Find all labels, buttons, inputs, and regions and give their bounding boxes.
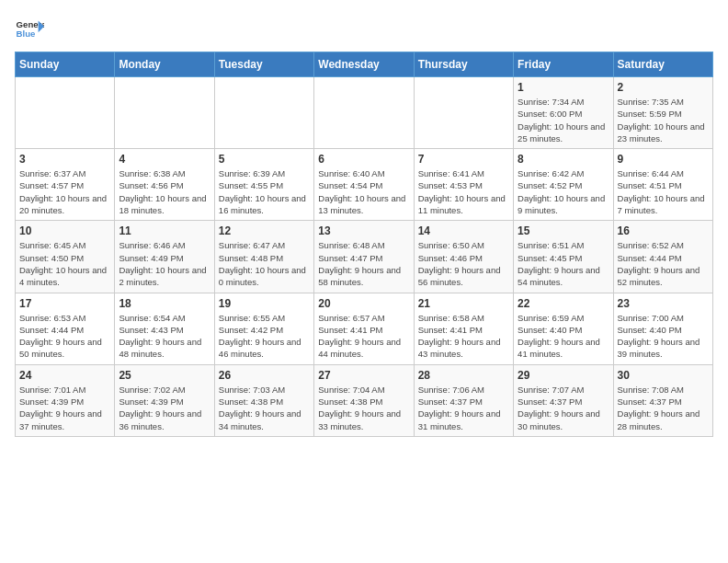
calendar-cell: 28Sunrise: 7:06 AM Sunset: 4:37 PM Dayli…	[414, 364, 513, 436]
day-number: 16	[618, 224, 709, 237]
day-info: Sunrise: 6:48 AM Sunset: 4:47 PM Dayligh…	[318, 239, 409, 288]
calendar-week-5: 24Sunrise: 7:01 AM Sunset: 4:39 PM Dayli…	[16, 364, 713, 436]
day-info: Sunrise: 6:52 AM Sunset: 4:44 PM Dayligh…	[618, 239, 709, 288]
day-info: Sunrise: 6:47 AM Sunset: 4:48 PM Dayligh…	[219, 239, 310, 288]
calendar-cell: 7Sunrise: 6:41 AM Sunset: 4:53 PM Daylig…	[414, 149, 513, 221]
calendar-cell: 22Sunrise: 6:59 AM Sunset: 4:40 PM Dayli…	[514, 293, 613, 364]
calendar-header-saturday: Saturday	[613, 52, 712, 77]
day-info: Sunrise: 7:35 AM Sunset: 5:59 PM Dayligh…	[618, 96, 709, 144]
calendar-cell: 16Sunrise: 6:52 AM Sunset: 4:44 PM Dayli…	[613, 221, 712, 293]
calendar-header-monday: Monday	[115, 52, 214, 77]
day-info: Sunrise: 6:41 AM Sunset: 4:53 PM Dayligh…	[418, 167, 509, 216]
logo-icon: General Blue	[15, 15, 44, 44]
day-number: 24	[19, 369, 110, 382]
calendar-cell: 2Sunrise: 7:35 AM Sunset: 5:59 PM Daylig…	[613, 77, 712, 149]
day-number: 6	[318, 153, 409, 166]
calendar-header-thursday: Thursday	[414, 52, 513, 77]
day-number: 5	[219, 153, 310, 166]
calendar-cell	[16, 77, 115, 149]
day-number: 13	[318, 224, 409, 237]
header: General Blue	[15, 15, 713, 44]
day-number: 8	[518, 153, 609, 166]
calendar-cell	[414, 77, 513, 149]
day-info: Sunrise: 7:34 AM Sunset: 6:00 PM Dayligh…	[518, 96, 609, 144]
day-info: Sunrise: 7:02 AM Sunset: 4:39 PM Dayligh…	[119, 384, 210, 432]
day-number: 15	[518, 224, 609, 237]
calendar-header-tuesday: Tuesday	[214, 52, 313, 77]
day-info: Sunrise: 6:57 AM Sunset: 4:41 PM Dayligh…	[318, 312, 409, 361]
day-info: Sunrise: 6:40 AM Sunset: 4:54 PM Dayligh…	[318, 167, 409, 216]
calendar-cell: 4Sunrise: 6:38 AM Sunset: 4:56 PM Daylig…	[115, 149, 214, 221]
day-info: Sunrise: 7:00 AM Sunset: 4:40 PM Dayligh…	[618, 312, 709, 361]
day-number: 3	[19, 153, 110, 166]
day-number: 20	[318, 297, 409, 310]
calendar-cell: 12Sunrise: 6:47 AM Sunset: 4:48 PM Dayli…	[214, 221, 313, 293]
day-number: 7	[418, 153, 509, 166]
svg-text:Blue: Blue	[17, 29, 36, 39]
day-info: Sunrise: 7:03 AM Sunset: 4:38 PM Dayligh…	[219, 384, 310, 432]
calendar-cell: 17Sunrise: 6:53 AM Sunset: 4:44 PM Dayli…	[16, 293, 115, 364]
calendar-header-sunday: Sunday	[16, 52, 115, 77]
calendar-cell: 11Sunrise: 6:46 AM Sunset: 4:49 PM Dayli…	[115, 221, 214, 293]
day-number: 19	[219, 297, 310, 310]
calendar-header-wednesday: Wednesday	[314, 52, 414, 77]
day-info: Sunrise: 6:39 AM Sunset: 4:55 PM Dayligh…	[219, 167, 310, 216]
calendar-cell: 6Sunrise: 6:40 AM Sunset: 4:54 PM Daylig…	[314, 149, 414, 221]
calendar-cell: 14Sunrise: 6:50 AM Sunset: 4:46 PM Dayli…	[414, 221, 513, 293]
calendar-cell: 1Sunrise: 7:34 AM Sunset: 6:00 PM Daylig…	[514, 77, 613, 149]
day-info: Sunrise: 6:45 AM Sunset: 4:50 PM Dayligh…	[19, 239, 110, 288]
calendar-cell: 26Sunrise: 7:03 AM Sunset: 4:38 PM Dayli…	[214, 364, 313, 436]
calendar-cell: 30Sunrise: 7:08 AM Sunset: 4:37 PM Dayli…	[613, 364, 712, 436]
day-number: 27	[318, 369, 409, 382]
day-info: Sunrise: 6:54 AM Sunset: 4:43 PM Dayligh…	[119, 312, 210, 361]
calendar-cell: 29Sunrise: 7:07 AM Sunset: 4:37 PM Dayli…	[514, 364, 613, 436]
calendar-cell	[115, 77, 214, 149]
day-info: Sunrise: 6:53 AM Sunset: 4:44 PM Dayligh…	[19, 312, 110, 361]
day-info: Sunrise: 6:42 AM Sunset: 4:52 PM Dayligh…	[518, 167, 609, 216]
day-info: Sunrise: 6:58 AM Sunset: 4:41 PM Dayligh…	[418, 312, 509, 361]
day-number: 25	[119, 369, 210, 382]
calendar-cell: 9Sunrise: 6:44 AM Sunset: 4:51 PM Daylig…	[613, 149, 712, 221]
day-number: 11	[119, 224, 210, 237]
calendar-body: 1Sunrise: 7:34 AM Sunset: 6:00 PM Daylig…	[16, 77, 713, 437]
calendar-cell: 18Sunrise: 6:54 AM Sunset: 4:43 PM Dayli…	[115, 293, 214, 364]
day-number: 29	[518, 369, 609, 382]
calendar-week-3: 10Sunrise: 6:45 AM Sunset: 4:50 PM Dayli…	[16, 221, 713, 293]
day-number: 23	[618, 297, 709, 310]
day-number: 2	[618, 81, 709, 94]
calendar-cell	[214, 77, 313, 149]
calendar-week-2: 3Sunrise: 6:37 AM Sunset: 4:57 PM Daylig…	[16, 149, 713, 221]
calendar-week-4: 17Sunrise: 6:53 AM Sunset: 4:44 PM Dayli…	[16, 293, 713, 364]
day-info: Sunrise: 6:51 AM Sunset: 4:45 PM Dayligh…	[518, 239, 609, 288]
calendar-cell: 21Sunrise: 6:58 AM Sunset: 4:41 PM Dayli…	[414, 293, 513, 364]
day-info: Sunrise: 7:01 AM Sunset: 4:39 PM Dayligh…	[19, 384, 110, 432]
calendar-cell: 24Sunrise: 7:01 AM Sunset: 4:39 PM Dayli…	[16, 364, 115, 436]
day-number: 21	[418, 297, 509, 310]
day-number: 14	[418, 224, 509, 237]
day-number: 1	[518, 81, 609, 94]
calendar-table: SundayMondayTuesdayWednesdayThursdayFrid…	[15, 52, 713, 437]
calendar-cell	[314, 77, 414, 149]
calendar-cell: 8Sunrise: 6:42 AM Sunset: 4:52 PM Daylig…	[514, 149, 613, 221]
calendar-cell: 20Sunrise: 6:57 AM Sunset: 4:41 PM Dayli…	[314, 293, 414, 364]
calendar-cell: 27Sunrise: 7:04 AM Sunset: 4:38 PM Dayli…	[314, 364, 414, 436]
calendar-cell: 3Sunrise: 6:37 AM Sunset: 4:57 PM Daylig…	[16, 149, 115, 221]
calendar-header-row: SundayMondayTuesdayWednesdayThursdayFrid…	[16, 52, 713, 77]
calendar-cell: 25Sunrise: 7:02 AM Sunset: 4:39 PM Dayli…	[115, 364, 214, 436]
day-info: Sunrise: 6:55 AM Sunset: 4:42 PM Dayligh…	[219, 312, 310, 361]
day-info: Sunrise: 6:44 AM Sunset: 4:51 PM Dayligh…	[618, 167, 709, 216]
day-info: Sunrise: 6:46 AM Sunset: 4:49 PM Dayligh…	[119, 239, 210, 288]
calendar-week-1: 1Sunrise: 7:34 AM Sunset: 6:00 PM Daylig…	[16, 77, 713, 149]
day-info: Sunrise: 7:04 AM Sunset: 4:38 PM Dayligh…	[318, 384, 409, 432]
day-info: Sunrise: 6:38 AM Sunset: 4:56 PM Dayligh…	[119, 167, 210, 216]
day-number: 28	[418, 369, 509, 382]
day-number: 22	[518, 297, 609, 310]
day-number: 4	[119, 153, 210, 166]
day-info: Sunrise: 6:59 AM Sunset: 4:40 PM Dayligh…	[518, 312, 609, 361]
logo: General Blue	[15, 15, 48, 44]
calendar-cell: 23Sunrise: 7:00 AM Sunset: 4:40 PM Dayli…	[613, 293, 712, 364]
day-info: Sunrise: 7:08 AM Sunset: 4:37 PM Dayligh…	[618, 384, 709, 432]
calendar-cell: 19Sunrise: 6:55 AM Sunset: 4:42 PM Dayli…	[214, 293, 313, 364]
calendar-cell: 10Sunrise: 6:45 AM Sunset: 4:50 PM Dayli…	[16, 221, 115, 293]
day-number: 17	[19, 297, 110, 310]
